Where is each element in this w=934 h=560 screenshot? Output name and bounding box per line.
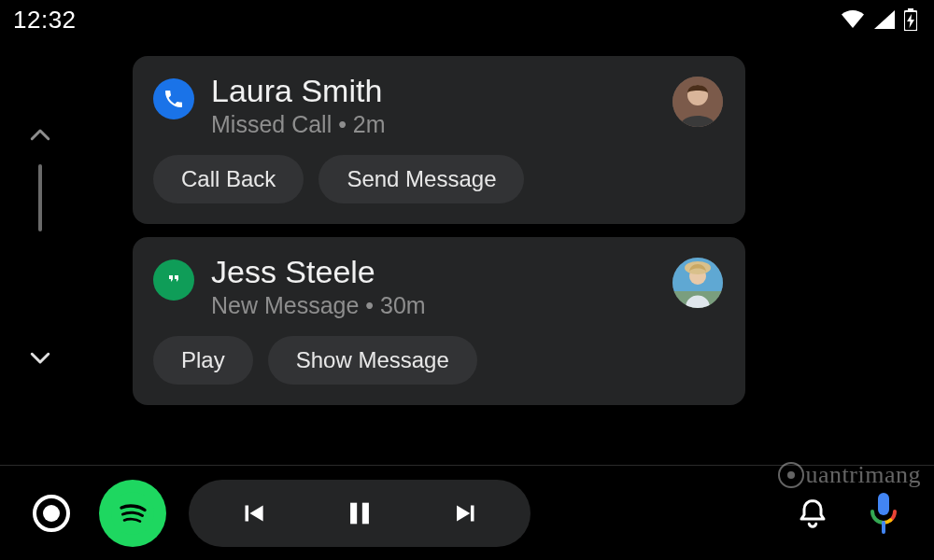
- hangouts-app-icon: [153, 259, 194, 301]
- contact-avatar: [672, 77, 723, 127]
- notification-title: Laura Smith: [211, 73, 725, 109]
- scroll-track: [38, 164, 42, 231]
- phone-app-icon: [153, 78, 194, 119]
- notifications-button[interactable]: [788, 489, 837, 538]
- scroll-down-button[interactable]: [17, 334, 64, 381]
- bottom-divider: [0, 465, 934, 466]
- svg-rect-13: [878, 493, 889, 515]
- notification-card-new-message[interactable]: Jess Steele New Message • 30m Play Show …: [133, 237, 745, 405]
- svg-point-9: [43, 505, 60, 522]
- show-message-button[interactable]: Show Message: [268, 336, 477, 385]
- wifi-icon: [841, 10, 865, 29]
- assistant-mic-button[interactable]: [859, 489, 908, 538]
- scroll-rail: [17, 112, 64, 381]
- notification-list: Laura Smith Missed Call • 2m Call Back S…: [133, 56, 745, 405]
- status-icons: [841, 8, 917, 31]
- notification-title: Jess Steele: [211, 254, 725, 290]
- scroll-up-button[interactable]: [17, 112, 64, 159]
- play-message-button[interactable]: Play: [153, 336, 253, 385]
- svg-rect-11: [350, 503, 357, 525]
- battery-icon: [904, 8, 917, 31]
- previous-track-button[interactable]: [237, 497, 269, 529]
- send-message-button[interactable]: Send Message: [318, 155, 524, 203]
- notification-subtitle: New Message • 30m: [211, 292, 725, 319]
- contact-avatar: [672, 258, 723, 308]
- notification-card-missed-call[interactable]: Laura Smith Missed Call • 2m Call Back S…: [133, 56, 745, 224]
- pause-button[interactable]: [344, 497, 375, 529]
- media-controls: [189, 480, 531, 547]
- spotify-button[interactable]: [99, 480, 166, 547]
- svg-rect-12: [362, 503, 369, 525]
- launcher-button[interactable]: [26, 488, 77, 539]
- cellular-icon: [874, 10, 895, 29]
- status-bar: 12:32: [0, 0, 934, 39]
- clock: 12:32: [13, 6, 77, 35]
- notification-subtitle: Missed Call • 2m: [211, 111, 725, 138]
- next-track-button[interactable]: [450, 497, 482, 529]
- bottom-bar: [0, 467, 934, 560]
- call-back-button[interactable]: Call Back: [153, 155, 304, 203]
